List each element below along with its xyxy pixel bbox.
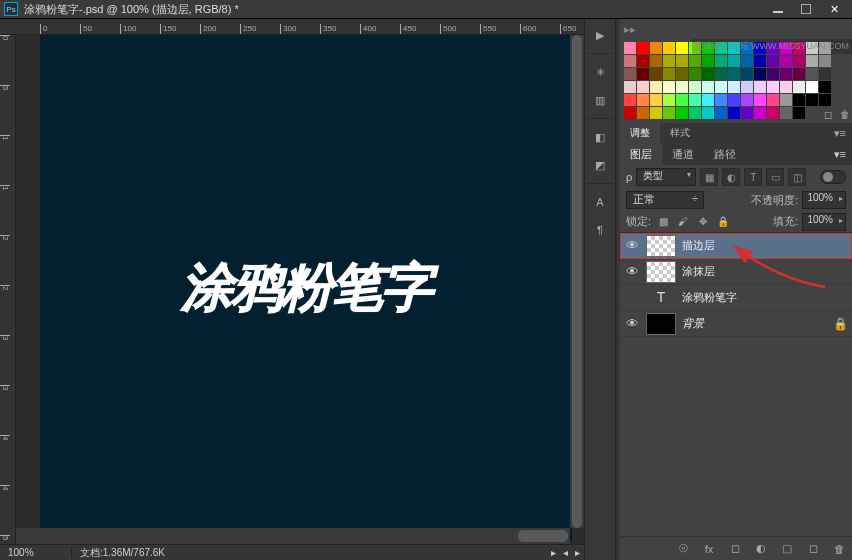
layer-name[interactable]: 涂抹层 — [682, 264, 715, 279]
group-icon[interactable]: ▢ — [778, 540, 796, 558]
swatch[interactable] — [741, 81, 753, 93]
new-swatch-icon[interactable]: ◻ — [824, 109, 832, 120]
tab-adjustments[interactable]: 调整 — [620, 123, 660, 143]
status-arrow-left-icon[interactable]: ◂ — [560, 547, 570, 558]
swatch[interactable] — [650, 94, 662, 106]
filter-adjust-icon[interactable]: ◐ — [722, 168, 740, 186]
swatch[interactable] — [624, 94, 636, 106]
swatch[interactable] — [754, 107, 766, 119]
delete-swatch-icon[interactable]: 🗑 — [840, 109, 850, 120]
filter-smart-icon[interactable]: ◫ — [788, 168, 806, 186]
text-layer-icon[interactable]: T — [646, 287, 676, 309]
swatch[interactable] — [650, 68, 662, 80]
paragraph-icon[interactable]: ¶ — [588, 218, 612, 242]
swatch[interactable] — [637, 42, 649, 54]
opacity-value[interactable]: 100% — [802, 191, 846, 209]
swatch[interactable] — [793, 81, 805, 93]
layer-row[interactable]: 👁背景🔒 — [620, 311, 852, 337]
swatch[interactable] — [689, 107, 701, 119]
tab-layers[interactable]: 图层 — [620, 143, 662, 165]
filter-kind-select[interactable]: 类型 — [636, 168, 696, 186]
panel-strip-toggle-icon[interactable]: ▸▸ — [624, 23, 636, 36]
canvas-area[interactable]: 涂鸦粉笔字 — [16, 35, 584, 544]
swatch[interactable] — [754, 94, 766, 106]
delete-layer-icon[interactable]: 🗑 — [830, 540, 848, 558]
swatch[interactable] — [624, 81, 636, 93]
swatch[interactable] — [741, 107, 753, 119]
swatch[interactable] — [637, 94, 649, 106]
minimize-button[interactable] — [764, 0, 792, 19]
swatch[interactable] — [676, 55, 688, 67]
swatch[interactable] — [650, 42, 662, 54]
layer-fx-icon[interactable]: fx — [700, 540, 718, 558]
swatch[interactable] — [689, 55, 701, 67]
swatch[interactable] — [676, 42, 688, 54]
layer-name[interactable]: 涂鸦粉笔字 — [682, 290, 737, 305]
properties-icon[interactable]: ◩ — [588, 153, 612, 177]
swatch[interactable] — [702, 107, 714, 119]
close-button[interactable]: ✕ — [820, 0, 848, 19]
visibility-toggle[interactable]: 👁 — [624, 238, 640, 253]
swatch[interactable] — [663, 68, 675, 80]
swatch[interactable] — [702, 94, 714, 106]
tab-styles[interactable]: 样式 — [660, 123, 700, 143]
swatch[interactable] — [650, 81, 662, 93]
swatch[interactable] — [650, 107, 662, 119]
swatch[interactable] — [780, 107, 792, 119]
filter-pixel-icon[interactable]: ▦ — [700, 168, 718, 186]
swatch[interactable] — [624, 42, 636, 54]
swatch[interactable] — [767, 55, 779, 67]
swatch[interactable] — [767, 107, 779, 119]
layers-menu-icon[interactable]: ▾≡ — [828, 148, 852, 161]
swatch[interactable] — [702, 68, 714, 80]
character-icon[interactable]: A — [588, 190, 612, 214]
swatch[interactable] — [728, 68, 740, 80]
swatch[interactable] — [793, 55, 805, 67]
swatch[interactable] — [663, 42, 675, 54]
swatch[interactable] — [754, 81, 766, 93]
swatch[interactable] — [780, 55, 792, 67]
layer-name[interactable]: 描边层 — [682, 238, 715, 253]
layer-row[interactable]: 👁描边层 — [620, 233, 852, 259]
swatch[interactable] — [780, 68, 792, 80]
swatch[interactable] — [715, 68, 727, 80]
swatch[interactable] — [689, 81, 701, 93]
wheel-icon[interactable]: ✳ — [588, 60, 612, 84]
swatch[interactable] — [715, 94, 727, 106]
swatch[interactable] — [663, 94, 675, 106]
swatch[interactable] — [806, 94, 818, 106]
swatch[interactable] — [715, 55, 727, 67]
swatch[interactable] — [728, 81, 740, 93]
zoom-level[interactable]: 100% — [2, 547, 72, 558]
play-icon[interactable]: ▶ — [588, 23, 612, 47]
layer-thumbnail[interactable] — [646, 313, 676, 335]
swatch[interactable] — [702, 55, 714, 67]
fill-value[interactable]: 100% — [802, 213, 846, 231]
swatch[interactable] — [728, 94, 740, 106]
swatch[interactable] — [819, 68, 831, 80]
swatch[interactable] — [663, 107, 675, 119]
lock-transparent-icon[interactable]: ▩ — [655, 215, 671, 229]
filter-shape-icon[interactable]: ▭ — [766, 168, 784, 186]
swatch[interactable] — [793, 107, 805, 119]
new-layer-icon[interactable]: ◻ — [804, 540, 822, 558]
swatch[interactable] — [728, 55, 740, 67]
swatch[interactable] — [793, 68, 805, 80]
layer-name[interactable]: 背景 — [682, 316, 704, 331]
histogram-icon[interactable]: ▥ — [588, 88, 612, 112]
swatch[interactable] — [780, 81, 792, 93]
visibility-toggle[interactable]: 👁 — [624, 264, 640, 279]
scrollbar-horizontal[interactable] — [16, 528, 570, 544]
tab-channels[interactable]: 通道 — [662, 143, 704, 165]
swatch[interactable] — [624, 55, 636, 67]
adjustment-layer-icon[interactable]: ◐ — [752, 540, 770, 558]
color-icon[interactable]: ◧ — [588, 125, 612, 149]
adjustments-menu-icon[interactable]: ▾≡ — [828, 127, 852, 140]
status-arrow-right2-icon[interactable]: ▸ — [572, 547, 582, 558]
swatch[interactable] — [650, 55, 662, 67]
swatch[interactable] — [702, 81, 714, 93]
swatch[interactable] — [780, 94, 792, 106]
swatch[interactable] — [741, 55, 753, 67]
swatch[interactable] — [715, 81, 727, 93]
swatch[interactable] — [806, 68, 818, 80]
